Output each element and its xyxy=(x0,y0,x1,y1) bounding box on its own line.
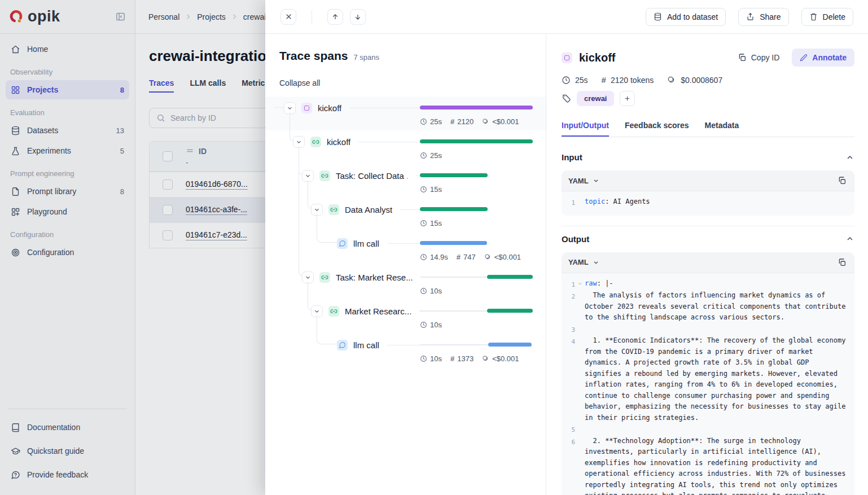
duration-stat: 10s xyxy=(420,287,442,295)
chevron-down-icon xyxy=(314,207,320,213)
span-stats: 25s#2120<$0.001 xyxy=(420,117,533,126)
message-icon xyxy=(339,341,346,349)
link-icon xyxy=(319,272,330,283)
copy-icon xyxy=(738,53,747,62)
clock-icon xyxy=(420,253,427,261)
code-line: 4 1. **Economic Indicators**: The recove… xyxy=(566,335,849,423)
link-icon xyxy=(321,172,328,179)
trace-drawer: Add to dataset Share xyxy=(265,0,868,495)
line-number: 1 xyxy=(566,278,575,291)
opik-trace-screen: opik HomeObservabilityProjects8Evaluatio… xyxy=(0,0,868,495)
clock-icon xyxy=(420,355,427,362)
cost-stat: <$0.001 xyxy=(482,354,519,363)
coins-icon xyxy=(667,76,676,85)
input-code-block: YAML 1topic: AI Agents xyxy=(562,170,854,216)
clock-icon xyxy=(420,253,427,261)
copy-input-button[interactable] xyxy=(838,176,847,185)
link-icon xyxy=(310,137,321,147)
collapse-output-icon[interactable] xyxy=(845,234,854,243)
copy-output-button[interactable] xyxy=(838,258,847,267)
close-button[interactable] xyxy=(280,9,296,25)
line-number: 2 xyxy=(566,290,575,303)
duration-stat: 15s xyxy=(420,219,442,227)
expand-chevron[interactable] xyxy=(302,170,314,182)
span-stats: 10s#1373<$0.001 xyxy=(420,354,533,363)
span-stats: 14.9s#747<$0.001 xyxy=(420,253,533,261)
span-label: llm call xyxy=(353,239,379,248)
copy-id-label: Copy ID xyxy=(751,53,780,62)
expand-chevron[interactable] xyxy=(311,305,323,317)
hash-icon: # xyxy=(457,253,461,261)
input-format-select[interactable]: YAML xyxy=(568,177,599,185)
output-code-block: YAML 1raw: |-2 The analysis of factors i… xyxy=(562,252,854,495)
expand-chevron[interactable] xyxy=(302,271,314,283)
tag-chip-crewai[interactable]: crewai xyxy=(577,91,614,106)
next-trace-button[interactable] xyxy=(350,9,366,25)
chevron-down-icon xyxy=(287,105,293,111)
collapse-all-button[interactable]: Collapse all xyxy=(279,78,320,87)
prev-trace-button[interactable] xyxy=(327,9,343,25)
coins-icon xyxy=(482,118,489,125)
line-number: 4 xyxy=(566,335,575,348)
tokens-stat: #2120 xyxy=(450,117,474,126)
clock-icon xyxy=(420,118,427,125)
span-label: Data Analyst xyxy=(345,205,392,214)
share-button[interactable]: Share xyxy=(738,8,788,26)
code-line: 3 xyxy=(566,323,849,336)
coins-icon xyxy=(482,355,489,362)
span-row-task-market-rese[interactable]: Task: Market Rese...10s xyxy=(265,266,546,300)
add-tag-button[interactable] xyxy=(620,91,635,106)
chevron-down-icon xyxy=(305,274,311,281)
collapse-input-icon[interactable] xyxy=(845,153,854,162)
clock-icon xyxy=(420,287,427,295)
coins-icon xyxy=(484,253,492,261)
span-count: 7 spans xyxy=(353,53,379,62)
span-row-kickoff[interactable]: kickoff25s xyxy=(265,130,546,164)
cost-stat: <$0.001 xyxy=(482,117,519,126)
duration-stat: 25s xyxy=(562,75,588,85)
output-format-select[interactable]: YAML xyxy=(568,258,599,266)
coins-icon xyxy=(482,118,489,125)
input-output-pane: Input YAML xyxy=(562,137,854,495)
tag-icon xyxy=(562,94,571,103)
copy-id-button[interactable]: Copy ID xyxy=(738,53,780,62)
detail-tab-metadata[interactable]: Metadata xyxy=(705,121,739,137)
cost-stat: $0.0008607 xyxy=(667,75,722,85)
add-to-dataset-label: Add to dataset xyxy=(667,12,718,21)
span-row-market-researc[interactable]: Market Researc...10s xyxy=(265,300,546,334)
expand-chevron[interactable] xyxy=(311,204,323,216)
output-section: Output YAML xyxy=(562,234,854,495)
hash-icon: # xyxy=(602,75,606,85)
span-row-kickoff[interactable]: kickoff25s#2120<$0.001 xyxy=(265,97,546,130)
duration-bar xyxy=(420,343,533,347)
chevron-down-icon xyxy=(593,259,599,266)
cost-stat: <$0.001 xyxy=(484,253,521,261)
detail-tab-input-output[interactable]: Input/Output xyxy=(562,121,609,137)
message-icon xyxy=(337,340,348,351)
span-row-data-analyst[interactable]: Data Analyst15s xyxy=(265,198,546,232)
annotate-button[interactable]: Annotate xyxy=(792,49,854,67)
delete-button[interactable]: Delete xyxy=(801,8,853,26)
line-number: 5 xyxy=(566,423,575,436)
close-icon xyxy=(285,13,292,20)
collapse-line-icon[interactable] xyxy=(577,281,582,286)
duration-stat: 14.9s xyxy=(420,253,448,261)
detail-tabs: Input/OutputFeedback scoresMetadata xyxy=(562,121,854,137)
leader-line xyxy=(358,142,420,142)
span-row-llm-call[interactable]: llm call14.9s#747<$0.001 xyxy=(265,232,546,266)
clock-icon xyxy=(420,355,427,362)
span-row-llm-call[interactable]: llm call10s#1373<$0.001 xyxy=(265,334,546,367)
link-icon xyxy=(328,306,339,317)
duration-stat: 10s xyxy=(420,321,442,329)
duration-bar xyxy=(420,106,533,109)
span-label: Market Researc... xyxy=(345,306,411,316)
expand-chevron[interactable] xyxy=(284,102,296,114)
chevron-down-icon xyxy=(314,308,320,314)
span-row-task-collect-data[interactable]: Task: Collect Data ...15s xyxy=(265,164,546,198)
add-to-dataset-button[interactable]: Add to dataset xyxy=(646,8,726,26)
code-line: 5 xyxy=(566,423,849,436)
detail-tab-feedback-scores[interactable]: Feedback scores xyxy=(625,121,689,137)
expand-chevron[interactable] xyxy=(293,136,305,148)
clock-icon xyxy=(420,321,427,328)
link-icon xyxy=(330,308,337,315)
